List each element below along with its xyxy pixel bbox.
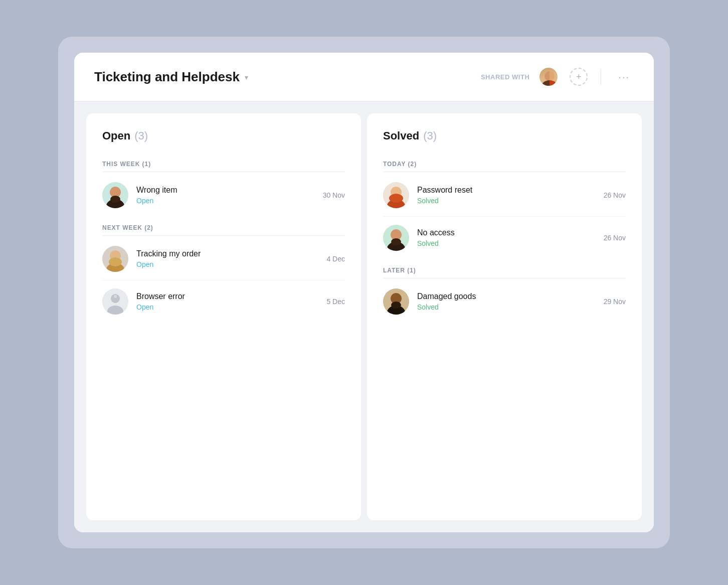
header-left: Ticketing and Helpdesk ▾ <box>94 69 248 85</box>
next-week-section: NEXT WEEK (2) Tracking my <box>102 220 345 323</box>
ticket-date: 26 Nov <box>604 234 626 242</box>
ticket-info: Browser error Open <box>136 292 326 311</box>
ticket-date: 4 Dec <box>326 255 345 263</box>
svg-point-14 <box>109 257 122 266</box>
ticket-status: Open <box>136 197 323 205</box>
header-divider <box>601 69 601 85</box>
this-week-section: THIS WEEK (1) Wrong item <box>102 157 345 216</box>
section-divider <box>383 172 626 172</box>
svg-point-5 <box>544 71 555 81</box>
ticket-name: No access <box>417 228 604 237</box>
inner-card: Ticketing and Helpdesk ▾ SHARED WITH <box>74 53 654 532</box>
woman-red-hair-icon <box>383 182 409 208</box>
shared-with-label: SHARED WITH <box>481 73 529 81</box>
today-section: TODAY (2) Password reset <box>383 157 626 259</box>
section-divider <box>102 172 345 172</box>
avatars-group <box>538 67 559 87</box>
placeholder-avatar-icon <box>102 288 128 315</box>
avatar <box>538 67 559 87</box>
ticket-status: Solved <box>417 197 604 205</box>
man-beard-green-icon <box>383 225 409 251</box>
later-section: LATER (1) Damaged goods <box>383 263 626 323</box>
ticket-info: Wrong item Open <box>136 186 323 205</box>
open-column-header: Open (3) <box>102 129 345 142</box>
open-column-title: Open (3) <box>102 129 345 142</box>
ticket-date: 26 Nov <box>604 191 626 199</box>
ticket-date: 29 Nov <box>604 298 626 306</box>
avatar <box>383 288 409 315</box>
ticket-name: Browser error <box>136 292 326 301</box>
header-right: SHARED WITH <box>481 67 634 87</box>
ticket-browser-error[interactable]: Browser error Open 5 Dec <box>102 280 345 323</box>
section-divider <box>383 278 626 278</box>
ticket-damaged-goods[interactable]: Damaged goods Solved 29 Nov <box>383 280 626 323</box>
svg-point-18 <box>114 295 117 298</box>
avatar <box>383 225 409 251</box>
ticket-info: Password reset Solved <box>417 186 604 205</box>
content-area: Open (3) THIS WEEK (1) <box>74 101 654 532</box>
open-column: Open (3) THIS WEEK (1) <box>86 113 361 520</box>
solved-column-header: Solved (3) <box>383 129 626 142</box>
svg-point-6 <box>541 80 558 87</box>
woman-blond-icon <box>102 246 128 272</box>
more-options-button[interactable]: ··· <box>614 69 634 85</box>
ticket-date: 30 Nov <box>323 191 345 199</box>
ticket-status: Solved <box>417 239 604 247</box>
header: Ticketing and Helpdesk ▾ SHARED WITH <box>74 53 654 101</box>
ticket-info: Damaged goods Solved <box>417 292 604 311</box>
later-label: LATER (1) <box>383 263 626 274</box>
solved-column-title: Solved (3) <box>383 129 626 142</box>
ticket-info: No access Solved <box>417 228 604 247</box>
ticket-tracking-order[interactable]: Tracking my order Open 4 Dec <box>102 238 345 280</box>
this-week-label: THIS WEEK (1) <box>102 157 345 168</box>
ticket-status: Open <box>136 303 326 311</box>
ticket-date: 5 Dec <box>326 298 345 306</box>
ticket-status: Open <box>136 260 326 268</box>
ticket-name: Wrong item <box>136 186 323 195</box>
svg-point-26 <box>391 238 401 245</box>
svg-point-22 <box>389 194 403 203</box>
avatar-placeholder <box>102 288 128 315</box>
svg-point-30 <box>391 302 401 309</box>
svg-point-10 <box>110 196 120 203</box>
ticket-status: Solved <box>417 303 604 311</box>
ticket-name: Damaged goods <box>417 292 604 301</box>
add-shared-user-button[interactable]: + <box>570 68 588 86</box>
section-divider <box>102 235 345 236</box>
outer-card: Ticketing and Helpdesk ▾ SHARED WITH <box>58 37 670 548</box>
chevron-down-icon[interactable]: ▾ <box>245 73 248 81</box>
ticket-no-access[interactable]: No access Solved 26 Nov <box>383 217 626 259</box>
solved-column: Solved (3) TODAY (2) <box>367 113 642 520</box>
avatar <box>383 182 409 208</box>
man-beard-teal-icon <box>102 182 128 208</box>
avatar <box>102 182 128 208</box>
today-label: TODAY (2) <box>383 157 626 168</box>
ticket-password-reset[interactable]: Password reset Solved 26 Nov <box>383 174 626 217</box>
page-title: Ticketing and Helpdesk <box>94 69 240 85</box>
ticket-name: Password reset <box>417 186 604 195</box>
ticket-name: Tracking my order <box>136 249 326 258</box>
avatar <box>102 246 128 272</box>
next-week-label: NEXT WEEK (2) <box>102 220 345 231</box>
ticket-wrong-item[interactable]: Wrong item Open 30 Nov <box>102 174 345 216</box>
man-dark-skin-icon <box>383 288 409 315</box>
ticket-info: Tracking my order Open <box>136 249 326 268</box>
